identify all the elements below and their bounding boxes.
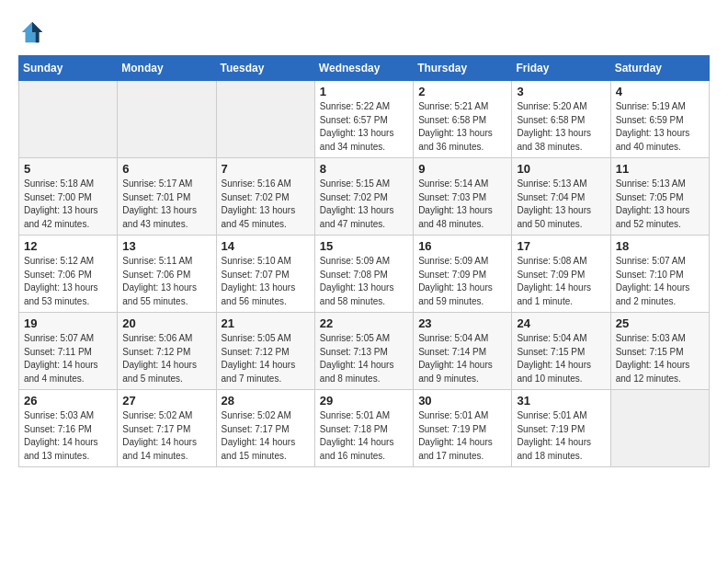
calendar-cell: 30Sunrise: 5:01 AM Sunset: 7:19 PM Dayli… <box>414 390 512 467</box>
day-info: Sunrise: 5:21 AM Sunset: 6:58 PM Dayligh… <box>418 100 506 154</box>
day-info: Sunrise: 5:01 AM Sunset: 7:18 PM Dayligh… <box>320 409 408 463</box>
day-info: Sunrise: 5:16 AM Sunset: 7:02 PM Dayligh… <box>222 178 310 231</box>
calendar-week-row: 12Sunrise: 5:12 AM Sunset: 7:06 PM Dayli… <box>19 236 710 313</box>
day-info: Sunrise: 5:05 AM Sunset: 7:13 PM Dayligh… <box>320 332 408 385</box>
page-header <box>18 18 710 46</box>
day-number: 22 <box>320 316 408 330</box>
day-number: 10 <box>517 162 605 176</box>
calendar-cell: 12Sunrise: 5:12 AM Sunset: 7:06 PM Dayli… <box>19 236 118 313</box>
weekday-header-cell: Saturday <box>610 56 709 81</box>
calendar-cell <box>610 390 709 467</box>
day-info: Sunrise: 5:07 AM Sunset: 7:10 PM Dayligh… <box>616 255 704 308</box>
day-number: 12 <box>24 239 112 253</box>
day-number: 14 <box>222 239 310 253</box>
day-number: 28 <box>222 394 310 408</box>
day-number: 25 <box>616 316 704 330</box>
calendar-cell: 25Sunrise: 5:03 AM Sunset: 7:15 PM Dayli… <box>610 313 709 390</box>
weekday-header-cell: Tuesday <box>216 56 314 81</box>
day-info: Sunrise: 5:02 AM Sunset: 7:17 PM Dayligh… <box>222 409 310 463</box>
day-info: Sunrise: 5:06 AM Sunset: 7:12 PM Dayligh… <box>122 332 210 385</box>
day-number: 16 <box>418 239 506 253</box>
calendar-cell: 3Sunrise: 5:20 AM Sunset: 6:58 PM Daylig… <box>512 81 610 158</box>
day-info: Sunrise: 5:02 AM Sunset: 7:17 PM Dayligh… <box>122 409 210 463</box>
weekday-header-cell: Sunday <box>19 56 118 81</box>
calendar-cell: 24Sunrise: 5:04 AM Sunset: 7:15 PM Dayli… <box>512 313 610 390</box>
calendar-cell: 16Sunrise: 5:09 AM Sunset: 7:09 PM Dayli… <box>414 236 512 313</box>
calendar-cell: 19Sunrise: 5:07 AM Sunset: 7:11 PM Dayli… <box>19 313 118 390</box>
day-info: Sunrise: 5:10 AM Sunset: 7:07 PM Dayligh… <box>222 255 310 308</box>
calendar-cell: 13Sunrise: 5:11 AM Sunset: 7:06 PM Dayli… <box>118 236 216 313</box>
calendar-cell: 8Sunrise: 5:15 AM Sunset: 7:02 PM Daylig… <box>314 158 413 236</box>
day-number: 29 <box>320 394 408 408</box>
day-number: 17 <box>517 239 605 253</box>
day-number: 23 <box>418 316 506 330</box>
calendar-cell: 18Sunrise: 5:07 AM Sunset: 7:10 PM Dayli… <box>610 236 709 313</box>
day-number: 13 <box>122 239 210 253</box>
calendar-cell: 28Sunrise: 5:02 AM Sunset: 7:17 PM Dayli… <box>216 390 314 467</box>
logo <box>18 18 50 46</box>
day-number: 26 <box>24 394 112 408</box>
calendar-cell: 15Sunrise: 5:09 AM Sunset: 7:08 PM Dayli… <box>314 236 413 313</box>
calendar-cell: 10Sunrise: 5:13 AM Sunset: 7:04 PM Dayli… <box>512 158 610 236</box>
weekday-header-cell: Thursday <box>414 56 512 81</box>
calendar-week-row: 19Sunrise: 5:07 AM Sunset: 7:11 PM Dayli… <box>19 313 710 390</box>
day-number: 8 <box>320 162 408 176</box>
calendar-cell: 29Sunrise: 5:01 AM Sunset: 7:18 PM Dayli… <box>314 390 413 467</box>
calendar-cell: 26Sunrise: 5:03 AM Sunset: 7:16 PM Dayli… <box>19 390 118 467</box>
day-info: Sunrise: 5:20 AM Sunset: 6:58 PM Dayligh… <box>517 100 605 154</box>
calendar-cell: 17Sunrise: 5:08 AM Sunset: 7:09 PM Dayli… <box>512 236 610 313</box>
day-number: 31 <box>517 394 605 408</box>
day-number: 11 <box>616 162 704 176</box>
day-info: Sunrise: 5:03 AM Sunset: 7:16 PM Dayligh… <box>24 409 112 463</box>
calendar-cell: 21Sunrise: 5:05 AM Sunset: 7:12 PM Dayli… <box>216 313 314 390</box>
calendar-cell <box>118 81 216 158</box>
day-number: 15 <box>320 239 408 253</box>
day-info: Sunrise: 5:07 AM Sunset: 7:11 PM Dayligh… <box>24 332 112 385</box>
calendar-cell: 23Sunrise: 5:04 AM Sunset: 7:14 PM Dayli… <box>414 313 512 390</box>
day-number: 24 <box>517 316 605 330</box>
weekday-header-cell: Monday <box>118 56 216 81</box>
day-info: Sunrise: 5:13 AM Sunset: 7:05 PM Dayligh… <box>616 178 704 231</box>
calendar-cell: 4Sunrise: 5:19 AM Sunset: 6:59 PM Daylig… <box>610 81 709 158</box>
calendar-cell <box>19 81 118 158</box>
day-info: Sunrise: 5:15 AM Sunset: 7:02 PM Dayligh… <box>320 178 408 231</box>
calendar-week-row: 26Sunrise: 5:03 AM Sunset: 7:16 PM Dayli… <box>19 390 710 467</box>
calendar-cell: 6Sunrise: 5:17 AM Sunset: 7:01 PM Daylig… <box>118 158 216 236</box>
day-info: Sunrise: 5:04 AM Sunset: 7:14 PM Dayligh… <box>418 332 506 385</box>
day-number: 1 <box>320 85 408 98</box>
day-number: 20 <box>122 316 210 330</box>
calendar-cell: 14Sunrise: 5:10 AM Sunset: 7:07 PM Dayli… <box>216 236 314 313</box>
day-number: 6 <box>122 162 210 176</box>
day-info: Sunrise: 5:18 AM Sunset: 7:00 PM Dayligh… <box>24 178 112 231</box>
day-info: Sunrise: 5:01 AM Sunset: 7:19 PM Dayligh… <box>418 409 506 463</box>
calendar-week-row: 5Sunrise: 5:18 AM Sunset: 7:00 PM Daylig… <box>19 158 710 236</box>
day-info: Sunrise: 5:09 AM Sunset: 7:09 PM Dayligh… <box>418 255 506 308</box>
day-info: Sunrise: 5:14 AM Sunset: 7:03 PM Dayligh… <box>418 178 506 231</box>
calendar-cell: 7Sunrise: 5:16 AM Sunset: 7:02 PM Daylig… <box>216 158 314 236</box>
day-number: 4 <box>616 85 704 98</box>
day-number: 9 <box>418 162 506 176</box>
day-info: Sunrise: 5:08 AM Sunset: 7:09 PM Dayligh… <box>517 255 605 308</box>
day-info: Sunrise: 5:04 AM Sunset: 7:15 PM Dayligh… <box>517 332 605 385</box>
logo-icon <box>18 18 46 46</box>
calendar-cell: 22Sunrise: 5:05 AM Sunset: 7:13 PM Dayli… <box>314 313 413 390</box>
day-info: Sunrise: 5:13 AM Sunset: 7:04 PM Dayligh… <box>517 178 605 231</box>
day-number: 30 <box>418 394 506 408</box>
calendar-cell: 31Sunrise: 5:01 AM Sunset: 7:19 PM Dayli… <box>512 390 610 467</box>
calendar-cell: 9Sunrise: 5:14 AM Sunset: 7:03 PM Daylig… <box>414 158 512 236</box>
calendar-cell: 20Sunrise: 5:06 AM Sunset: 7:12 PM Dayli… <box>118 313 216 390</box>
day-number: 7 <box>222 162 310 176</box>
weekday-header-row: SundayMondayTuesdayWednesdayThursdayFrid… <box>19 56 710 81</box>
calendar-cell: 1Sunrise: 5:22 AM Sunset: 6:57 PM Daylig… <box>314 81 413 158</box>
day-info: Sunrise: 5:19 AM Sunset: 6:59 PM Dayligh… <box>616 100 704 154</box>
calendar-cell: 11Sunrise: 5:13 AM Sunset: 7:05 PM Dayli… <box>610 158 709 236</box>
weekday-header-cell: Wednesday <box>314 56 413 81</box>
calendar-cell <box>216 81 314 158</box>
day-info: Sunrise: 5:09 AM Sunset: 7:08 PM Dayligh… <box>320 255 408 308</box>
day-number: 5 <box>24 162 112 176</box>
day-info: Sunrise: 5:22 AM Sunset: 6:57 PM Dayligh… <box>320 100 408 154</box>
day-info: Sunrise: 5:11 AM Sunset: 7:06 PM Dayligh… <box>122 255 210 308</box>
day-info: Sunrise: 5:17 AM Sunset: 7:01 PM Dayligh… <box>122 178 210 231</box>
calendar-cell: 5Sunrise: 5:18 AM Sunset: 7:00 PM Daylig… <box>19 158 118 236</box>
day-info: Sunrise: 5:01 AM Sunset: 7:19 PM Dayligh… <box>517 409 605 463</box>
